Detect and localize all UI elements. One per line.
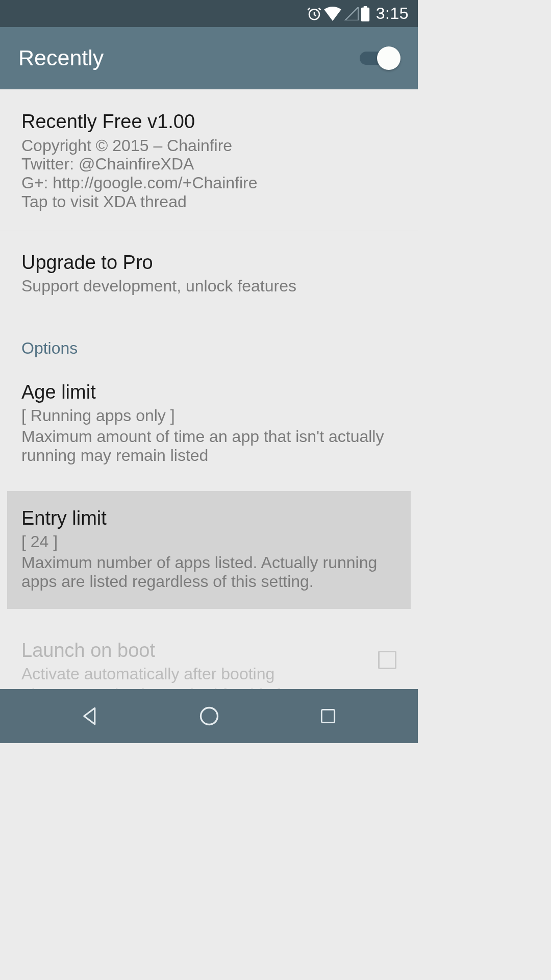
nav-bar <box>0 689 418 743</box>
master-toggle[interactable] <box>360 46 399 69</box>
upgrade-sub: Support development, unlock features <box>21 277 396 296</box>
age-limit-title: Age limit <box>21 380 396 405</box>
age-limit-item[interactable]: Age limit [ Running apps only ] Maximum … <box>0 364 418 484</box>
svg-rect-2 <box>363 6 367 8</box>
options-header: Options <box>0 317 418 364</box>
switch-thumb <box>377 46 400 70</box>
about-body: Copyright © 2015 – Chainfire Twitter: @C… <box>21 136 396 211</box>
entry-limit-value: [ 24 ] <box>21 532 396 551</box>
home-button[interactable] <box>184 700 235 732</box>
recents-button[interactable] <box>303 700 354 732</box>
age-limit-desc: Maximum amount of time an app that isn't… <box>21 427 396 465</box>
status-time: 3:15 <box>376 4 409 23</box>
settings-list: Recently Free v1.00 Copyright © 2015 – C… <box>0 89 418 710</box>
alarm-icon <box>307 6 322 21</box>
battery-icon <box>361 6 370 21</box>
upgrade-title: Upgrade to Pro <box>21 251 396 275</box>
entry-limit-title: Entry limit <box>21 506 396 531</box>
launch-on-boot-sub1: Activate automatically after booting <box>21 665 369 683</box>
upgrade-item[interactable]: Upgrade to Pro Support development, unlo… <box>0 231 418 317</box>
svg-point-3 <box>201 708 217 725</box>
app-title: Recently <box>18 45 104 70</box>
age-limit-value: [ Running apps only ] <box>21 406 396 425</box>
about-title: Recently Free v1.00 <box>21 110 396 134</box>
app-bar: Recently <box>0 27 418 89</box>
back-button[interactable] <box>65 700 116 732</box>
cell-signal-icon <box>343 7 359 20</box>
entry-limit-desc: Maximum number of apps listed. Actually … <box>21 553 396 591</box>
launch-on-boot-title: Launch on boot <box>21 639 369 663</box>
status-bar: 3:15 <box>0 0 418 27</box>
about-item[interactable]: Recently Free v1.00 Copyright © 2015 – C… <box>0 89 418 231</box>
wifi-icon <box>324 7 341 21</box>
entry-limit-item[interactable]: Entry limit [ 24 ] Maximum number of app… <box>7 491 411 609</box>
svg-rect-4 <box>321 709 334 722</box>
launch-on-boot-checkbox <box>378 651 396 669</box>
svg-rect-1 <box>361 7 369 21</box>
